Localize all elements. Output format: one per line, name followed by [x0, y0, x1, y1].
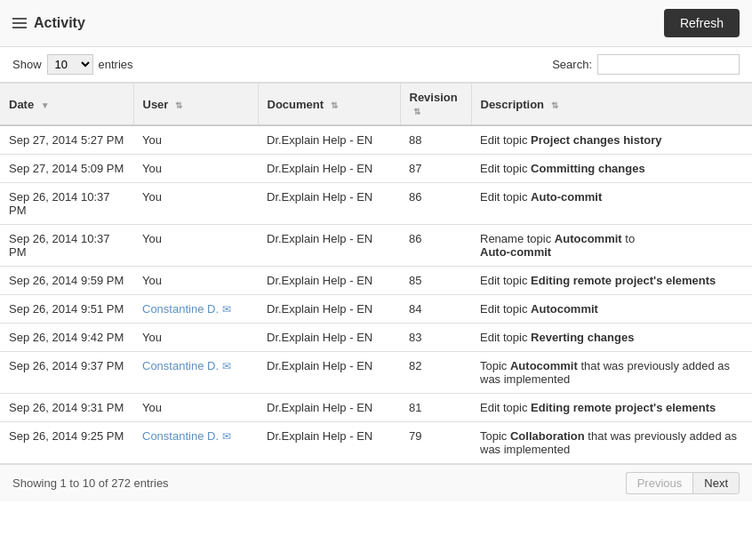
cell-user[interactable]: Constantine D. ✉ [133, 295, 258, 324]
cell-document: Dr.Explain Help - EN [258, 394, 400, 422]
cell-description: Edit topic Editing remote project's elem… [471, 267, 752, 295]
col-header-revision[interactable]: Revision ⇅ [400, 84, 471, 126]
cell-description: Edit topic Reverting changes [471, 324, 752, 352]
cell-document: Dr.Explain Help - EN [258, 225, 400, 267]
cell-revision: 81 [400, 394, 471, 422]
col-header-description[interactable]: Description ⇅ [471, 84, 752, 126]
cell-revision: 79 [400, 422, 471, 464]
cell-date: Sep 26, 2014 10:37 PM [0, 183, 133, 225]
cell-document: Dr.Explain Help - EN [258, 352, 400, 394]
table-row: Sep 27, 2014 5:27 PMYouDr.Explain Help -… [0, 125, 752, 155]
cell-user: You [133, 125, 258, 155]
cell-revision: 84 [400, 295, 471, 324]
cell-document: Dr.Explain Help - EN [258, 422, 400, 464]
show-label: Show [12, 58, 42, 71]
cell-user: You [133, 183, 258, 225]
cell-user: You [133, 394, 258, 422]
cell-revision: 86 [400, 225, 471, 267]
table-row: Sep 26, 2014 9:42 PMYouDr.Explain Help -… [0, 324, 752, 352]
table-row: Sep 26, 2014 9:59 PMYouDr.Explain Help -… [0, 267, 752, 295]
previous-button[interactable]: Previous [626, 472, 693, 494]
cell-description: Edit topic Autocommit [471, 295, 752, 324]
sort-arrow-date: ▼ [41, 100, 50, 110]
search-input[interactable] [597, 54, 740, 75]
hamburger-icon[interactable] [12, 18, 27, 28]
search-label: Search: [552, 58, 592, 71]
cell-user: You [133, 155, 258, 183]
table-row: Sep 26, 2014 9:37 PMConstantine D. ✉Dr.E… [0, 352, 752, 394]
table-row: Sep 26, 2014 9:51 PMConstantine D. ✉Dr.E… [0, 295, 752, 324]
table-row: Sep 26, 2014 9:31 PMYouDr.Explain Help -… [0, 394, 752, 422]
cell-date: Sep 26, 2014 10:37 PM [0, 225, 133, 267]
cell-date: Sep 26, 2014 9:25 PM [0, 422, 133, 464]
cell-description: Rename topic Autocommit toAuto-commit [471, 225, 752, 267]
table-row: Sep 26, 2014 10:37 PMYouDr.Explain Help … [0, 225, 752, 267]
cell-document: Dr.Explain Help - EN [258, 125, 400, 155]
cell-revision: 85 [400, 267, 471, 295]
col-header-date[interactable]: Date ▼ [0, 84, 133, 126]
cell-date: Sep 26, 2014 9:37 PM [0, 352, 133, 394]
table-row: Sep 26, 2014 9:25 PMConstantine D. ✉Dr.E… [0, 422, 752, 464]
col-header-document[interactable]: Document ⇅ [258, 84, 400, 126]
cell-user: You [133, 267, 258, 295]
header: Activity Refresh [0, 0, 752, 47]
cell-description: Edit topic Project changes history [471, 125, 752, 155]
cell-user: You [133, 324, 258, 352]
cell-date: Sep 27, 2014 5:27 PM [0, 125, 133, 155]
col-header-user[interactable]: User ⇅ [133, 84, 258, 126]
sort-arrow-rev: ⇅ [413, 107, 420, 116]
next-button[interactable]: Next [692, 472, 740, 494]
cell-date: Sep 26, 2014 9:42 PM [0, 324, 133, 352]
cell-revision: 82 [400, 352, 471, 394]
cell-date: Sep 26, 2014 9:59 PM [0, 267, 133, 295]
table-row: Sep 27, 2014 5:09 PMYouDr.Explain Help -… [0, 155, 752, 183]
cell-document: Dr.Explain Help - EN [258, 155, 400, 183]
sort-arrow-desc: ⇅ [551, 100, 558, 110]
cell-date: Sep 27, 2014 5:09 PM [0, 155, 133, 183]
table-row: Sep 26, 2014 10:37 PMYouDr.Explain Help … [0, 183, 752, 225]
table-header-row: Date ▼ User ⇅ Document ⇅ Revision ⇅ Desc… [0, 84, 752, 126]
cell-date: Sep 26, 2014 9:31 PM [0, 394, 133, 422]
cell-description: Topic Collaboration that was previously … [471, 422, 752, 464]
cell-date: Sep 26, 2014 9:51 PM [0, 295, 133, 324]
cell-description: Edit topic Auto-commit [471, 183, 752, 225]
sort-arrow-user: ⇅ [175, 100, 182, 110]
cell-revision: 88 [400, 125, 471, 155]
cell-description: Edit topic Committing changes [471, 155, 752, 183]
cell-description: Edit topic Editing remote project's elem… [471, 394, 752, 422]
cell-user: You [133, 225, 258, 267]
page-title: Activity [34, 15, 85, 31]
entries-label: entries [99, 58, 133, 71]
cell-revision: 86 [400, 183, 471, 225]
toolbar: Show 102550100 entries Search: [0, 47, 752, 83]
showing-info: Showing 1 to 10 of 272 entries [12, 476, 169, 490]
sort-arrow-doc: ⇅ [331, 100, 338, 110]
cell-document: Dr.Explain Help - EN [258, 267, 400, 295]
cell-document: Dr.Explain Help - EN [258, 183, 400, 225]
cell-document: Dr.Explain Help - EN [258, 295, 400, 324]
cell-user[interactable]: Constantine D. ✉ [133, 422, 258, 464]
show-entries-select[interactable]: 102550100 [47, 54, 93, 75]
cell-description: Topic Autocommit that was previously add… [471, 352, 752, 394]
cell-document: Dr.Explain Help - EN [258, 324, 400, 352]
cell-revision: 87 [400, 155, 471, 183]
activity-table: Date ▼ User ⇅ Document ⇅ Revision ⇅ Desc… [0, 83, 752, 464]
refresh-button[interactable]: Refresh [664, 9, 740, 37]
cell-revision: 83 [400, 324, 471, 352]
cell-user[interactable]: Constantine D. ✉ [133, 352, 258, 394]
footer: Showing 1 to 10 of 272 entries Previous … [0, 464, 752, 501]
